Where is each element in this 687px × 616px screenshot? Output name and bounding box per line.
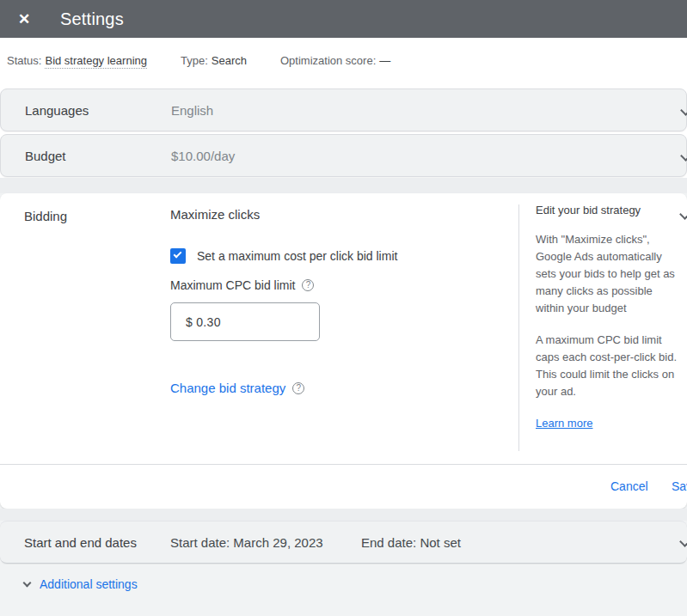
chevron-down-icon[interactable]	[680, 105, 687, 116]
start-date-value: Start date: March 29, 2023	[170, 535, 323, 550]
change-bid-strategy-link[interactable]: Change bid strategy	[170, 381, 285, 395]
max-cpc-checkbox[interactable]	[170, 248, 186, 264]
row-languages[interactable]: Languages English	[0, 88, 687, 131]
end-date-value: End date: Not set	[361, 535, 461, 550]
status-value[interactable]: Bid strategy learning	[45, 54, 147, 69]
bidding-label: Bidding	[24, 209, 67, 223]
type-label: Type:	[181, 54, 208, 67]
status-label: Status:	[7, 54, 41, 67]
languages-value: English	[171, 103, 213, 118]
checkmark-icon	[174, 250, 182, 259]
max-cpc-checkbox-row: Set a maximum cost per click bid limit	[170, 248, 397, 264]
optimization-score-label: Optimization score:	[280, 54, 376, 67]
page-title: Settings	[60, 9, 124, 29]
change-bid-strategy-row: Change bid strategy ?	[170, 381, 304, 395]
row-start-end-dates[interactable]: Start and end dates Start date: March 29…	[0, 521, 687, 564]
section-gap	[0, 178, 687, 193]
status-item-optimization-score: Optimization score:—	[280, 54, 390, 67]
bid-strategy-help-panel: Edit your bid strategy With "Maximize cl…	[536, 204, 682, 430]
chevron-down-icon[interactable]	[680, 150, 687, 162]
status-bar: Status:Bid strategy learning Type:Search…	[0, 38, 687, 82]
settings-rows: Languages English Budget $10.00/day	[0, 82, 687, 178]
help-panel-divider	[518, 204, 519, 451]
learn-more-link[interactable]: Learn more	[536, 417, 592, 430]
additional-settings-toggle[interactable]: Additional settings	[24, 577, 138, 591]
max-cpc-checkbox-label: Set a maximum cost per click bid limit	[197, 249, 397, 263]
help-icon[interactable]: ?	[302, 279, 314, 291]
save-button[interactable]: Save	[672, 479, 687, 493]
chevron-down-icon[interactable]	[679, 536, 687, 547]
cancel-button[interactable]: Cancel	[610, 479, 648, 493]
additional-settings-section: Additional settings	[0, 564, 687, 616]
languages-label: Languages	[25, 103, 89, 118]
budget-label: Budget	[25, 149, 66, 163]
close-icon[interactable]: ✕	[13, 8, 35, 30]
dialog-header: ✕ Settings	[0, 0, 687, 38]
help-paragraph-2: A maximum CPC bid limit caps each cost-p…	[536, 332, 682, 400]
optimization-score-value: —	[379, 54, 390, 67]
bidding-panel: Bidding Maximize clicks Set a maximum co…	[0, 193, 687, 509]
help-icon[interactable]: ?	[292, 382, 304, 394]
cpc-limit-label: Maximum CPC bid limit	[170, 278, 295, 292]
section-gap	[0, 509, 687, 521]
chevron-down-icon	[23, 579, 32, 588]
bid-strategy-title: Maximize clicks	[170, 207, 260, 222]
help-paragraph-1: With "Maximize clicks", Google Ads autom…	[536, 231, 682, 317]
footer-actions: Cancel Save	[0, 464, 687, 509]
type-value: Search	[212, 54, 247, 67]
budget-value: $10.00/day	[171, 149, 235, 163]
settings-dialog: ✕ Settings Status:Bid strategy learning …	[0, 0, 687, 616]
status-item-type: Type:Search	[181, 54, 247, 67]
cpc-label-row: Maximum CPC bid limit ?	[170, 278, 314, 292]
additional-settings-label: Additional settings	[40, 577, 138, 591]
help-panel-title: Edit your bid strategy	[536, 204, 682, 217]
row-budget[interactable]: Budget $10.00/day	[0, 134, 687, 177]
status-item-status: Status:Bid strategy learning	[7, 54, 147, 67]
dates-label: Start and end dates	[24, 535, 137, 550]
cpc-limit-input[interactable]	[170, 302, 320, 341]
